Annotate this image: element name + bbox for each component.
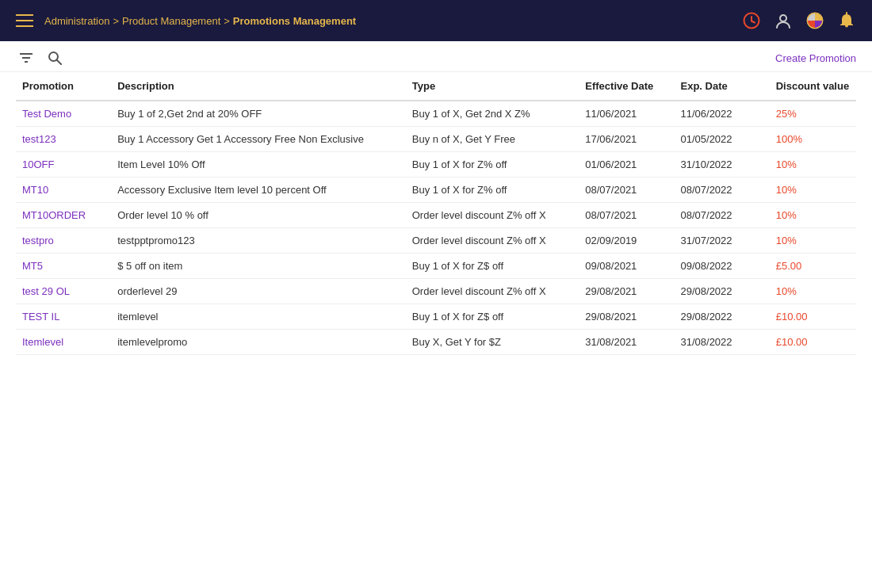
promotion-description-cell: Order level 10 % off — [111, 203, 406, 228]
promotion-effective-date-cell: 02/09/2019 — [579, 228, 674, 254]
table-row: MT5 $ 5 off on item Buy 1 of X for Z$ of… — [16, 254, 856, 279]
header-right — [742, 11, 856, 30]
table-row: MT10 Accessory Exclusive Item level 10 p… — [16, 178, 856, 203]
promotion-exp-date-cell: 31/08/2022 — [674, 330, 769, 355]
promotion-name-cell[interactable]: Itemlevel — [16, 330, 111, 355]
svg-line-10 — [57, 60, 62, 65]
promotion-type-cell: Order level discount Z% off X — [406, 228, 579, 254]
promotion-effective-date-cell: 11/06/2021 — [579, 101, 674, 127]
promotion-name-cell[interactable]: MT10 — [16, 178, 111, 203]
promotion-effective-date-cell: 09/08/2021 — [579, 254, 674, 279]
col-header-discount-value: Discount value — [770, 72, 856, 101]
col-header-effective-date: Effective Date — [579, 72, 674, 101]
table-row: 10OFF Item Level 10% Off Buy 1 of X for … — [16, 152, 856, 178]
breadcrumb-administration[interactable]: Administration — [44, 15, 109, 27]
promotion-name-cell[interactable]: TEST IL — [16, 304, 111, 330]
promotion-name-cell[interactable]: 10OFF — [16, 152, 111, 178]
col-header-promotion: Promotion — [16, 72, 111, 101]
promotion-exp-date-cell: 11/06/2022 — [674, 101, 769, 127]
promotion-discount-cell: 10% — [770, 178, 856, 203]
promotion-type-cell: Buy n of X, Get Y Free — [406, 127, 579, 152]
promotion-exp-date-cell: 29/08/2022 — [674, 304, 769, 330]
hamburger-menu[interactable] — [16, 14, 33, 27]
search-button[interactable] — [44, 49, 65, 67]
table-row: TEST IL itemlevel Buy 1 of X for Z$ off … — [16, 304, 856, 330]
promotion-description-cell: itemlevelpromo — [111, 330, 406, 355]
breadcrumb-sep-2: > — [224, 15, 230, 27]
promotion-discount-cell: 100% — [770, 127, 856, 152]
promotion-description-cell: Buy 1 Accessory Get 1 Accessory Free Non… — [111, 127, 406, 152]
promotion-effective-date-cell: 17/06/2021 — [579, 127, 674, 152]
promotion-name-cell[interactable]: MT10ORDER — [16, 203, 111, 228]
bell-icon[interactable] — [837, 11, 856, 30]
promotion-description-cell: testpptpromo123 — [111, 228, 406, 254]
promotion-description-cell: orderlevel 29 — [111, 279, 406, 304]
table-header-row: Promotion Description Type Effective Dat… — [16, 72, 856, 101]
table-row: Test Demo Buy 1 of 2,Get 2nd at 20% OFF … — [16, 101, 856, 127]
promotion-description-cell: Buy 1 of 2,Get 2nd at 20% OFF — [111, 101, 406, 127]
table-container: Promotion Description Type Effective Dat… — [0, 72, 872, 355]
header: Administration > Product Management > Pr… — [0, 0, 872, 41]
promotion-exp-date-cell: 08/07/2022 — [674, 178, 769, 203]
table-row: test 29 OL orderlevel 29 Order level dis… — [16, 279, 856, 304]
filter-button[interactable] — [16, 50, 36, 66]
create-promotion-button[interactable]: Create Promotion — [775, 52, 856, 64]
promotion-effective-date-cell: 29/08/2021 — [579, 304, 674, 330]
promotion-discount-cell: 10% — [770, 203, 856, 228]
promotion-effective-date-cell: 08/07/2021 — [579, 178, 674, 203]
svg-line-2 — [752, 21, 755, 23]
promotions-table: Promotion Description Type Effective Dat… — [16, 72, 856, 355]
chart-icon[interactable] — [805, 11, 824, 30]
promotion-discount-cell: £10.00 — [770, 304, 856, 330]
promotion-exp-date-cell: 08/07/2022 — [674, 203, 769, 228]
promotion-type-cell: Buy X, Get Y for $Z — [406, 330, 579, 355]
promotion-type-cell: Order level discount Z% off X — [406, 203, 579, 228]
promotion-exp-date-cell: 29/08/2022 — [674, 279, 769, 304]
promotion-effective-date-cell: 29/08/2021 — [579, 279, 674, 304]
promotion-type-cell: Buy 1 of X for Z% off — [406, 152, 579, 178]
promotion-name-cell[interactable]: MT5 — [16, 254, 111, 279]
toolbar-left — [16, 49, 65, 67]
user-icon[interactable] — [774, 11, 793, 30]
table-row: test123 Buy 1 Accessory Get 1 Accessory … — [16, 127, 856, 152]
promotion-type-cell: Buy 1 of X for Z$ off — [406, 254, 579, 279]
clock-icon[interactable] — [742, 11, 761, 30]
svg-point-3 — [780, 15, 786, 21]
promotion-name-cell[interactable]: Test Demo — [16, 101, 111, 127]
promotion-type-cell: Buy 1 of X, Get 2nd X Z% — [406, 101, 579, 127]
promotion-description-cell: $ 5 off on item — [111, 254, 406, 279]
promotion-effective-date-cell: 01/06/2021 — [579, 152, 674, 178]
promotion-type-cell: Buy 1 of X for Z% off — [406, 178, 579, 203]
promotion-discount-cell: 25% — [770, 101, 856, 127]
col-header-type: Type — [406, 72, 579, 101]
promotion-exp-date-cell: 31/07/2022 — [674, 228, 769, 254]
col-header-description: Description — [111, 72, 406, 101]
header-left: Administration > Product Management > Pr… — [16, 14, 356, 27]
promotion-type-cell: Buy 1 of X for Z$ off — [406, 304, 579, 330]
promotion-effective-date-cell: 08/07/2021 — [579, 203, 674, 228]
promotion-description-cell: Accessory Exclusive Item level 10 percen… — [111, 178, 406, 203]
promotion-description-cell: Item Level 10% Off — [111, 152, 406, 178]
breadcrumb-product-management[interactable]: Product Management — [122, 15, 220, 27]
table-row: MT10ORDER Order level 10 % off Order lev… — [16, 203, 856, 228]
promotion-name-cell[interactable]: testpro — [16, 228, 111, 254]
breadcrumb-promotions-management: Promotions Management — [233, 15, 356, 27]
promotion-name-cell[interactable]: test 29 OL — [16, 279, 111, 304]
promotion-exp-date-cell: 31/10/2022 — [674, 152, 769, 178]
table-row: Itemlevel itemlevelpromo Buy X, Get Y fo… — [16, 330, 856, 355]
breadcrumb: Administration > Product Management > Pr… — [44, 15, 356, 27]
toolbar: Create Promotion — [0, 41, 872, 72]
promotion-discount-cell: 10% — [770, 152, 856, 178]
col-header-exp-date: Exp. Date — [674, 72, 769, 101]
promotion-type-cell: Order level discount Z% off X — [406, 279, 579, 304]
promotion-discount-cell: £5.00 — [770, 254, 856, 279]
promotion-discount-cell: 10% — [770, 279, 856, 304]
promotion-discount-cell: 10% — [770, 228, 856, 254]
promotion-exp-date-cell: 09/08/2022 — [674, 254, 769, 279]
promotion-discount-cell: £10.00 — [770, 330, 856, 355]
promotion-name-cell[interactable]: test123 — [16, 127, 111, 152]
promotion-effective-date-cell: 31/08/2021 — [579, 330, 674, 355]
table-row: testpro testpptpromo123 Order level disc… — [16, 228, 856, 254]
promotion-exp-date-cell: 01/05/2022 — [674, 127, 769, 152]
promotion-description-cell: itemlevel — [111, 304, 406, 330]
